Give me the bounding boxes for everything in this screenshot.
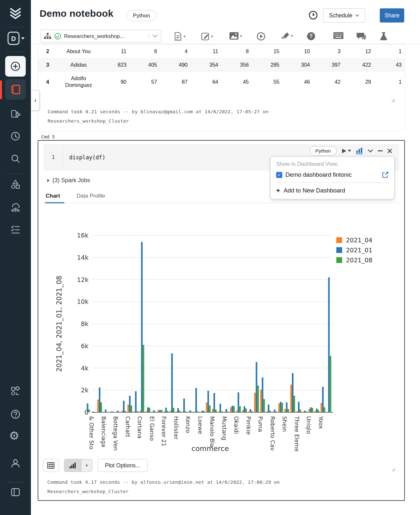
popup-title: Show in Dashboard View:	[276, 161, 389, 167]
svg-text:Manolo Bla: Manolo Bla	[209, 416, 215, 447]
row-name: Adidas	[57, 61, 100, 68]
page-title: Demo notebook	[40, 8, 113, 19]
notebook-main: Demo notebook Python Schedule Share Rese…	[31, 0, 420, 515]
dashboard-checkbox[interactable]: ✓	[276, 172, 282, 178]
workspace-switcher[interactable]: D	[7, 32, 25, 45]
schedule-button-label: Schedule	[329, 12, 352, 19]
run-all-icon	[257, 32, 266, 41]
share-button[interactable]: Share	[380, 8, 404, 23]
schedule-clock-icon[interactable]	[308, 10, 318, 20]
tab-data-profile[interactable]: Data Profile	[77, 193, 105, 199]
svg-text:2021_01: 2021_01	[346, 247, 372, 254]
svg-text:2021_08: 2021_08	[346, 257, 372, 264]
recents-icon[interactable]	[11, 131, 20, 141]
create-new-button[interactable]	[5, 56, 26, 77]
tab-underline	[43, 203, 399, 203]
search-icon[interactable]	[11, 154, 20, 164]
svg-text:Okaidi: Okaidi	[233, 416, 239, 434]
svg-text:D: D	[11, 35, 16, 42]
data-icon[interactable]	[11, 180, 20, 189]
svg-text:Hollister: Hollister	[173, 416, 179, 440]
svg-text:16k: 16k	[77, 232, 89, 239]
image-icon	[229, 32, 239, 40]
svg-text:2021_04: 2021_04	[346, 237, 372, 244]
clear-menu-button[interactable]: ▾	[280, 32, 293, 40]
chart-type-dropdown[interactable]: ▾	[81, 459, 92, 472]
svg-text:2021_04, 2021_01, 2021_08: 2021_04, 2021_01, 2021_08	[55, 276, 63, 372]
marketplace-icon[interactable]	[11, 386, 20, 396]
add-to-new-dashboard[interactable]: + Add to New Dashboard	[276, 187, 389, 194]
plot-options-button[interactable]: Plot Options...	[98, 459, 148, 472]
run-all-button[interactable]	[257, 32, 266, 41]
dashboard-view-button[interactable]	[356, 147, 363, 154]
chevron-down-icon	[355, 14, 359, 17]
svg-text:Puma: Puma	[257, 416, 264, 432]
comments-button[interactable]	[357, 32, 367, 40]
file-menu-button[interactable]: ▾	[174, 32, 185, 41]
delete-cell-button[interactable]	[387, 149, 392, 153]
table-row[interactable]: 2About You118411815103121	[38, 44, 405, 58]
account-icon[interactable]	[11, 459, 20, 468]
row-value: 29	[344, 79, 375, 85]
svg-text:2k: 2k	[81, 387, 89, 394]
popup-divider	[276, 183, 389, 183]
cluster-selector[interactable]: Researchers_workshop... |	[40, 30, 161, 42]
notebook-language-badge: Python	[126, 10, 156, 21]
table-row[interactable]: 4Adolfo Dominguez9057876445554642291	[38, 72, 405, 92]
dashboard-name[interactable]: Demo dashboard fintonic	[285, 171, 352, 178]
row-value: 90	[100, 79, 130, 85]
play-icon	[341, 148, 347, 154]
table-row[interactable]: 3Adidas82340549035435628530439742243	[38, 58, 405, 72]
workflows-icon[interactable]	[11, 225, 20, 234]
chevron-down-icon[interactable]	[153, 34, 158, 38]
row-value: 397	[314, 62, 344, 68]
sidebar-toggle-icon[interactable]	[11, 487, 20, 497]
chevron-down-icon: ▾	[291, 33, 293, 38]
resize-handle[interactable]	[391, 98, 395, 102]
edit-icon	[201, 32, 210, 41]
show-chart-button[interactable]	[64, 459, 81, 472]
close-icon	[387, 149, 392, 153]
collapse-cell-button[interactable]	[368, 149, 373, 153]
svg-text:El Ganso: El Ganso	[149, 416, 155, 441]
row-value: 57	[130, 79, 161, 85]
cluster-status-ok-icon	[54, 33, 61, 40]
databricks-logo[interactable]	[8, 6, 23, 20]
resize-handle[interactable]	[391, 467, 395, 472]
edit-menu-button[interactable]: ▾	[201, 32, 213, 41]
plus-icon: +	[276, 187, 280, 194]
create-new-icon	[10, 61, 21, 72]
compute-icon[interactable]	[11, 203, 20, 212]
minimize-cell-button[interactable]	[378, 150, 383, 152]
help-button[interactable]: ?	[307, 32, 315, 41]
spark-jobs-label: (3) Spark Jobs	[52, 177, 90, 184]
spark-jobs-expander[interactable]: (3) Spark Jobs	[47, 177, 90, 184]
svg-text:Forever 21: Forever 21	[161, 416, 167, 446]
expand-panel-tab[interactable]: ›	[31, 90, 40, 111]
cell-language-badge[interactable]: Python	[310, 146, 337, 155]
open-external-icon[interactable]	[382, 171, 389, 178]
repos-icon[interactable]	[11, 109, 20, 118]
code-line[interactable]: display(df)	[63, 144, 106, 171]
experiments-button[interactable]	[380, 32, 387, 41]
clear-icon	[280, 32, 290, 40]
row-value: 422	[344, 62, 375, 68]
show-table-button[interactable]	[43, 459, 59, 472]
flask-icon	[380, 32, 387, 41]
svg-text:Carhatt: Carhatt	[125, 416, 131, 437]
row-value: 490	[161, 62, 191, 68]
view-menu-button[interactable]: ▾	[229, 32, 242, 40]
notebook-toolbar: Researchers_workshop... | ▾ ▾	[31, 29, 420, 44]
run-cell-button[interactable]	[341, 148, 351, 154]
sidebar-item-notebooks[interactable]	[5, 79, 26, 100]
row-value: 405	[130, 62, 161, 68]
sidebar-divider	[6, 174, 24, 174]
tab-chart[interactable]: Chart	[46, 193, 60, 199]
bar-chart: 02k4k6k8k10k12k14k16k& Other StoBalencia…	[43, 210, 397, 465]
result-table: 2About You1184118151031213Adidas82340549…	[38, 44, 405, 92]
shortcuts-button[interactable]	[333, 32, 344, 39]
help-icon[interactable]	[11, 409, 20, 419]
settings-icon[interactable]: ⚙	[9, 430, 19, 442]
schedule-button[interactable]: Schedule	[323, 8, 365, 23]
row-value: 64	[191, 79, 222, 85]
